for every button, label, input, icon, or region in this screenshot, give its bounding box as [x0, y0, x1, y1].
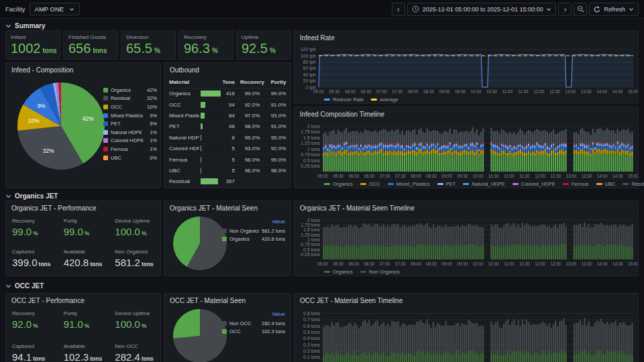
panel-title[interactable]: Infeed Composition Timeline	[294, 107, 638, 121]
legend-item-pet[interactable]: PET	[437, 181, 456, 187]
svg-text:32%: 32%	[43, 147, 54, 154]
svg-text:12:00: 12:00	[535, 174, 545, 178]
svg-text:06:00: 06:00	[348, 261, 359, 266]
legend-item-occ[interactable]: OCC102.3 tons	[222, 328, 285, 337]
legend-item-organics[interactable]: Organics	[324, 269, 353, 275]
legend-item-ubc[interactable]: UBC	[596, 181, 616, 187]
legend-item-average[interactable]: average	[371, 97, 398, 103]
col-purity[interactable]: Purity	[266, 79, 290, 85]
cell-purity: 95.0%	[266, 135, 290, 141]
legend-item-occ[interactable]: OCC10%	[103, 103, 157, 111]
svg-text:10:00: 10:00	[473, 174, 484, 178]
legend-item-pet[interactable]: PET5%	[103, 119, 157, 128]
panel-title[interactable]: Organics JET - Material Seen Timeline	[294, 201, 638, 215]
svg-text:15:00: 15:00	[628, 174, 638, 178]
perf-stat-captured: Captured94.1tons	[6, 340, 58, 362]
section-header-organics-jet[interactable]: Organics JET	[5, 191, 58, 200]
svg-text:13:00: 13:00	[566, 261, 577, 266]
panel-organics-performance: Organics JET - Performance Recovery99.0%…	[5, 200, 161, 276]
svg-text:0.25 tons: 0.25 tons	[301, 252, 320, 257]
legend-item-residual[interactable]: Residual32%	[103, 95, 157, 103]
cell-tons: 5	[199, 157, 238, 163]
legend-header[interactable]: Value	[222, 219, 285, 225]
time-back-button[interactable]: ‹	[392, 3, 405, 16]
svg-text:07:30: 07:30	[395, 261, 406, 266]
legend-item-mixed-plastics[interactable]: Mixed Plastics9%	[103, 111, 157, 120]
legend-item-non-occ[interactable]: Non OCC282.4 tons	[222, 319, 285, 328]
svg-text:07:00: 07:00	[380, 261, 390, 266]
legend-item-organics[interactable]: Organics42%	[103, 86, 157, 95]
legend-item-mixed_plastics[interactable]: Mixed_Plastics	[388, 181, 430, 187]
refresh-icon	[594, 6, 600, 13]
topbar: Facility AMP ONE ‹ 2025-12-01 05:00:00 t…	[0, 0, 644, 19]
time-forward-button[interactable]: ›	[558, 3, 572, 16]
svg-text:0.7 tons: 0.7 tons	[303, 317, 320, 322]
legend-header[interactable]: Value	[222, 311, 285, 317]
legend-item-ferrous[interactable]: Ferrous	[563, 181, 589, 187]
tons-bar	[201, 102, 205, 108]
perf-label: Captured	[12, 343, 56, 349]
col-tons[interactable]: Tons	[199, 79, 238, 85]
section-title: OCC JET	[15, 282, 44, 290]
organics-material-pie	[172, 216, 227, 271]
perf-stat-purity: Purity99.0%	[58, 215, 109, 245]
stat-value: 92.5%	[241, 41, 286, 56]
panel-title[interactable]: Organics JET - Material Seen	[164, 201, 290, 215]
infeed-composition-timeline-chart[interactable]: 0.25 tons0.5 tons0.75 tons1 tons1.25 ton…	[294, 121, 638, 188]
legend-item-natural_hdpe[interactable]: Natural_HDPE	[463, 181, 504, 187]
svg-text:1.5 tons: 1.5 tons	[303, 227, 320, 232]
perf-label: Non OCC	[115, 343, 159, 349]
stat-panel-recovery: Recovery 96.3%	[178, 30, 233, 60]
svg-text:08:30: 08:30	[426, 174, 437, 178]
legend-item-ubc[interactable]: UBC0%	[103, 154, 157, 162]
occ-timeline-chart[interactable]: 0.1 tons0.2 tons0.3 tons0.4 tons0.5 tons…	[294, 307, 638, 362]
stat-panel-uptime: Uptime 92.5%	[236, 30, 291, 60]
refresh-button[interactable]: Refresh	[589, 3, 639, 16]
organics-timeline-chart[interactable]: 0.25 tons0.5 tons0.75 tons1 tons1.25 ton…	[294, 215, 638, 276]
svg-text:0.1 tons: 0.1 tons	[303, 355, 320, 359]
facility-dropdown[interactable]: AMP ONE	[30, 3, 80, 15]
stat-title: Infeed	[11, 34, 55, 40]
perf-stat-device-uptime: Device Uptime100.0%	[109, 307, 160, 340]
perf-value: 99.0%	[12, 226, 56, 237]
col-recovery[interactable]: Recovery	[238, 79, 266, 85]
legend-item-residual[interactable]: Residual	[623, 181, 644, 187]
legend-item-non-organics[interactable]: Non Organics581.2 tons	[222, 227, 285, 235]
svg-text:1 tons: 1 tons	[307, 147, 321, 152]
panel-title[interactable]: Organics JET - Performance	[6, 201, 160, 215]
stat-title: Finished Goods	[68, 34, 113, 40]
section-header-occ-jet[interactable]: OCC JET	[5, 281, 44, 290]
occ-performance-grid: Recovery92.0%Purity91.0%Device Uptime100…	[6, 307, 160, 362]
panel-title[interactable]: OCC JET - Material Seen	[164, 294, 290, 307]
panel-title[interactable]: Outbound	[164, 63, 290, 76]
panel-title[interactable]: OCC JET - Performance	[6, 294, 160, 307]
stat-value: 96.3%	[184, 41, 228, 56]
time-range-button[interactable]: 2025-12-01 05:00:00 to 2025-12-01 15:00:…	[407, 3, 557, 16]
panel-title[interactable]: Infeed - Composition	[6, 63, 160, 76]
section-header-summary[interactable]: Summary	[5, 21, 46, 30]
svg-text:08:30: 08:30	[426, 261, 437, 266]
legend-item-organics[interactable]: Organics420.8 tons	[222, 235, 285, 244]
outbound-table-body: Organics41699.0%99.0%OCC9492.0%91.0%Mixe…	[164, 88, 290, 188]
legend-item-occ[interactable]: OCC	[360, 181, 380, 187]
panel-title[interactable]: Infeed Rate	[294, 31, 638, 44]
legend-item-colored-hdpe[interactable]: Colored HDPE1%	[103, 137, 157, 145]
infeed-composition-legend: Organics42%Residual32%OCC10%Mixed Plasti…	[103, 86, 157, 162]
legend-item-non-organics[interactable]: Non Organics	[360, 269, 400, 275]
col-material[interactable]: Material	[164, 79, 199, 85]
legend-item-colored_hdpe[interactable]: Colored_HDPE	[513, 181, 555, 187]
panel-title[interactable]: OCC JET - Material Seen Timeline	[294, 294, 638, 307]
legend-item-organics[interactable]: Organics	[324, 181, 353, 187]
legend-item-natural-hdpe[interactable]: Natural HDPE1%	[103, 128, 157, 137]
svg-text:120 tph: 120 tph	[301, 47, 316, 52]
legend-item-reducer-rate[interactable]: Reducer Rate	[324, 97, 364, 103]
occ-material-legend: ValueNon OCC282.4 tonsOCC102.3 tons	[222, 311, 285, 336]
perf-stat-available: Available102.3tons	[58, 340, 109, 362]
dashboard: Facility AMP ONE ‹ 2025-12-01 05:00:00 t…	[0, 0, 644, 362]
zoom-out-button[interactable]	[574, 3, 587, 16]
infeed-rate-chart[interactable]: 0 tph20 tph40 tph60 tph80 tph100 tph120 …	[294, 44, 638, 103]
legend-item-ferrous[interactable]: Ferrous1%	[103, 145, 157, 154]
cell-tons: 5	[199, 168, 238, 174]
cell-material: Colored HDPE	[164, 145, 199, 152]
panel-occ-timeline: OCC JET - Material Seen Timeline 0.1 ton…	[294, 293, 639, 362]
